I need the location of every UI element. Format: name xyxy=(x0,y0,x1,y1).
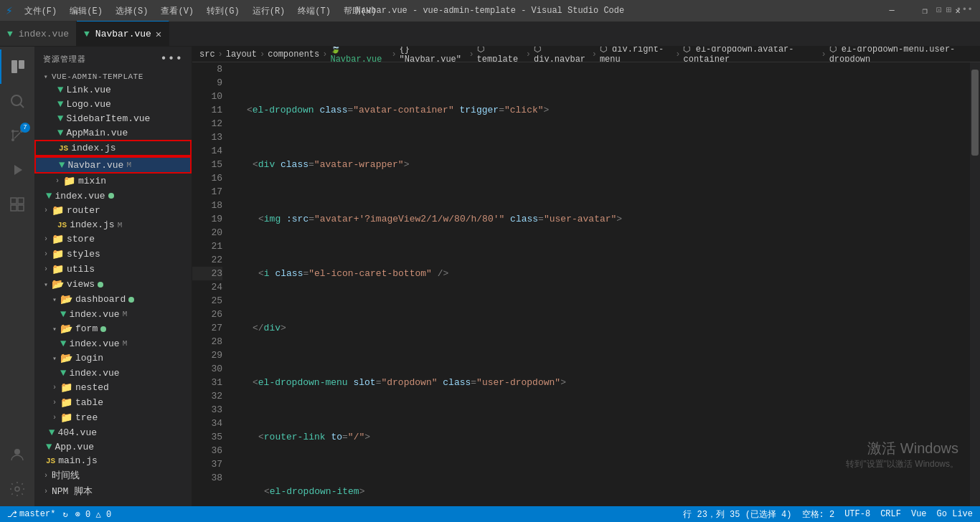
tree-label: login xyxy=(75,353,103,364)
breadcrumb-components: components xyxy=(268,49,319,60)
chevron-down-icon: ▾ xyxy=(49,354,60,363)
menu-select[interactable]: 选择(S) xyxy=(110,4,154,19)
list-item[interactable]: › 📁 styles xyxy=(34,247,192,262)
chevron-down-icon: ▾ xyxy=(40,72,52,81)
tree-label: App.vue xyxy=(55,442,94,452)
list-item[interactable]: ▼ index.vue M xyxy=(34,307,192,321)
layout-icon[interactable]: ⊞ xyxy=(946,4,952,16)
breadcrumb-sep: › xyxy=(218,49,223,60)
list-item[interactable]: JS index.js M xyxy=(34,218,192,232)
js-file-icon: JS xyxy=(57,221,67,229)
vscode-icon: ⚡ xyxy=(6,4,13,18)
menu-goto[interactable]: 转到(G) xyxy=(201,4,245,19)
list-item[interactable]: › 📁 nested xyxy=(34,380,192,395)
list-item[interactable]: › 📁 store xyxy=(34,232,192,247)
activity-extensions[interactable] xyxy=(0,187,34,222)
list-item[interactable]: › NPM 脚本 xyxy=(34,483,192,499)
list-item[interactable]: ▾ 📂 form xyxy=(34,321,192,336)
code-line: <el-dropdown class="avatar-container" tr… xyxy=(235,103,970,117)
breadcrumb: src › layout › components › 🍃 Navbar.vue… xyxy=(192,47,980,62)
tab-label: index.vue xyxy=(19,29,69,39)
activity-git[interactable]: 7 xyxy=(0,118,34,153)
list-item[interactable]: ▼ index.vue xyxy=(34,189,192,203)
svg-point-2 xyxy=(11,95,22,105)
breadcrumb-div-navbar: ⬡ div.navbar xyxy=(534,47,589,62)
list-item[interactable]: ▾ 📂 login xyxy=(34,351,192,366)
indent-size[interactable]: 空格: 2 xyxy=(802,508,835,521)
list-item[interactable]: ▾ 📂 views xyxy=(34,277,192,292)
line-ending[interactable]: CRLF xyxy=(880,509,901,519)
breadcrumb-src: src xyxy=(199,49,215,60)
sidebar-more-icon[interactable]: ••• xyxy=(160,52,183,65)
list-item[interactable]: ▼ App.vue xyxy=(34,440,192,454)
more-actions-icon[interactable]: ••• xyxy=(956,4,973,16)
vue-file-icon: ▼ xyxy=(57,84,63,95)
errors-warnings[interactable]: ⊗ 0 △ 0 xyxy=(75,509,111,520)
git-branch[interactable]: ⎇ master* xyxy=(7,509,55,520)
activity-settings[interactable] xyxy=(0,472,34,506)
tree-label: form xyxy=(75,323,98,334)
split-editor-icon[interactable]: ⊡ xyxy=(936,4,942,16)
list-item[interactable]: ▼ Link.vue xyxy=(34,82,192,97)
menu-view[interactable]: 查看(V) xyxy=(155,4,199,19)
svg-rect-11 xyxy=(11,198,17,204)
svg-rect-13 xyxy=(11,205,17,211)
list-item[interactable]: ▼ Navbar.vue M xyxy=(34,156,192,174)
list-item[interactable]: ▼ index.vue M xyxy=(34,336,192,351)
status-bar: ⎇ master* ↻ ⊗ 0 △ 0 行 23，列 35 (已选择 4) 空格… xyxy=(0,506,980,522)
code-line: <div class="avatar-wrapper" > xyxy=(235,158,970,171)
list-item[interactable]: JS index.js xyxy=(34,140,192,156)
sync-icon[interactable]: ↻ xyxy=(62,509,67,520)
svg-point-4 xyxy=(11,130,14,133)
git-branch-label: master* xyxy=(19,509,55,519)
vue-file-icon: ▼ xyxy=(57,113,63,124)
list-item[interactable]: ▼ SidebarItem.vue xyxy=(34,111,192,125)
list-item[interactable]: › 📁 tree xyxy=(34,410,192,425)
menu-edit[interactable]: 编辑(E) xyxy=(64,4,108,19)
list-item[interactable]: › 📁 utils xyxy=(34,262,192,277)
list-item[interactable]: JS main.js xyxy=(34,454,192,468)
scrollbar[interactable] xyxy=(970,62,980,506)
list-item[interactable]: › 时间线 xyxy=(34,468,192,483)
sidebar: 资源管理器 ••• ▾ VUE-ADMIN-TEMPLATE ▼ Link.vu… xyxy=(34,47,192,506)
list-item[interactable]: › 📁 table xyxy=(34,395,192,410)
activity-explorer[interactable] xyxy=(0,49,34,84)
list-item[interactable]: ▼ 404.vue xyxy=(34,425,192,440)
menu-terminal[interactable]: 终端(T) xyxy=(292,4,336,19)
chevron-right-icon: › xyxy=(40,235,52,243)
go-live[interactable]: Go Live xyxy=(937,509,973,519)
tree-root[interactable]: ▾ VUE-ADMIN-TEMPLATE xyxy=(34,71,192,82)
tab-close-button[interactable]: ✕ xyxy=(156,28,161,40)
list-item[interactable]: ▾ 📂 dashboard xyxy=(34,292,192,307)
activity-debug[interactable] xyxy=(0,153,34,187)
activity-account[interactable] xyxy=(0,437,34,472)
activity-search[interactable] xyxy=(0,84,34,118)
line-numbers: 8 9 10 11 12 13 14 15 16 17 18 19 20 21 … xyxy=(192,62,228,506)
sidebar-header: 资源管理器 ••• xyxy=(34,47,192,71)
code-line: </div> xyxy=(235,321,970,335)
menu-file[interactable]: 文件(F) xyxy=(19,4,63,19)
language-mode[interactable]: Vue xyxy=(911,509,927,519)
vue-icon: ▼ xyxy=(84,29,90,39)
tab-navbar-vue[interactable]: ▼ Navbar.vue ✕ xyxy=(77,21,169,46)
list-item[interactable]: ▼ AppMain.vue xyxy=(34,125,192,140)
code-line: <el-dropdown-menu slot="dropdown" class=… xyxy=(235,376,970,389)
scrollbar-thumb[interactable] xyxy=(971,70,979,156)
list-item[interactable]: › 📁 router xyxy=(34,203,192,218)
status-right: 行 23，列 35 (已选择 4) 空格: 2 UTF-8 CRLF Vue G… xyxy=(683,508,973,521)
code-content[interactable]: <el-dropdown class="avatar-container" tr… xyxy=(228,62,970,506)
menu-run[interactable]: 运行(R) xyxy=(247,4,291,19)
tree-label: AppMain.vue xyxy=(66,128,128,138)
encoding[interactable]: UTF-8 xyxy=(844,509,870,519)
breadcrumb-layout: layout xyxy=(226,49,257,60)
svg-rect-1 xyxy=(19,60,24,69)
tab-index-vue[interactable]: ▼ index.vue xyxy=(0,21,77,46)
list-item[interactable]: › 📁 mixin xyxy=(34,174,192,189)
git-branch-icon: ⎇ xyxy=(7,509,17,520)
modified-dot xyxy=(108,193,114,199)
list-item[interactable]: ▼ Logo.vue xyxy=(34,97,192,111)
git-badge: 7 xyxy=(20,123,30,133)
minimize-button[interactable]: — xyxy=(875,0,908,22)
list-item[interactable]: ▼ index.vue xyxy=(34,366,192,380)
tree-label: Navbar.vue xyxy=(67,160,123,171)
